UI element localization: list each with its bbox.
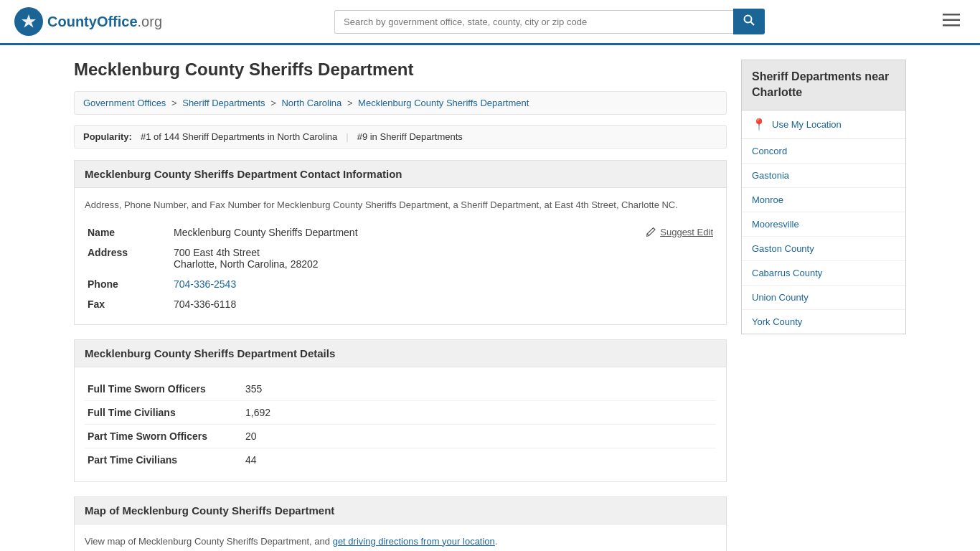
logo-icon — [14, 7, 43, 36]
detail-value-2: 20 — [242, 424, 716, 448]
sidebar-link-cabarrus[interactable]: Cabarrus County — [742, 261, 905, 286]
detail-value-0: 355 — [242, 377, 716, 401]
map-section-body: View map of Mecklenburg County Sheriffs … — [74, 524, 727, 552]
logo-area: CountyOffice.org — [14, 7, 162, 36]
sidebar-link-gaston[interactable]: Gaston County — [742, 237, 905, 261]
hamburger-icon — [943, 14, 960, 27]
menu-button[interactable] — [937, 9, 966, 34]
map-section-header: Map of Mecklenburg County Sheriffs Depar… — [74, 496, 727, 524]
sidebar-list: 📍 Use My Location Concord Gastonia Monro… — [741, 110, 906, 334]
suggest-edit-button[interactable]: Suggest Edit — [646, 227, 713, 237]
popularity-bar: Popularity: #1 of 144 Sheriff Department… — [74, 125, 727, 149]
detail-label-0: Full Time Sworn Officers — [85, 377, 242, 401]
name-label: Name — [85, 222, 171, 242]
popularity-divider: | — [346, 131, 348, 142]
search-area — [334, 9, 765, 34]
table-row: Full Time Civilians 1,692 — [85, 400, 716, 424]
address-label: Address — [85, 242, 171, 274]
breadcrumb: Government Offices > Sheriff Departments… — [74, 91, 727, 115]
fax-row: Fax 704-336-6118 — [85, 294, 716, 314]
table-row: Part Time Civilians 44 — [85, 448, 716, 471]
phone-row: Phone 704-336-2543 — [85, 274, 716, 294]
svg-line-3 — [751, 22, 755, 26]
svg-rect-4 — [943, 14, 960, 16]
breadcrumb-sep2: > — [270, 98, 278, 108]
contact-section-body: Address, Phone Number, and Fax Number fo… — [74, 187, 727, 325]
detail-label-2: Part Time Sworn Officers — [85, 424, 242, 448]
content-area: Mecklenburg County Sheriffs Department G… — [74, 60, 727, 551]
phone-value: 704-336-2543 — [171, 274, 716, 294]
location-pin-icon: 📍 — [752, 118, 766, 131]
address-value: 700 East 4th Street Charlotte, North Car… — [171, 242, 716, 274]
details-table: Full Time Sworn Officers 355 Full Time C… — [85, 377, 716, 471]
details-section-header: Mecklenburg County Sheriffs Department D… — [74, 339, 727, 367]
popularity-rank2: #9 in Sheriff Departments — [357, 131, 463, 142]
popularity-label: Popularity: — [83, 131, 132, 142]
contact-description: Address, Phone Number, and Fax Number fo… — [85, 198, 716, 212]
name-value: Mecklenburg County Sheriffs Department S… — [171, 222, 716, 242]
breadcrumb-nc[interactable]: North Carolina — [281, 98, 341, 108]
popularity-rank1: #1 of 144 Sheriff Departments in North C… — [141, 131, 337, 142]
site-header: CountyOffice.org — [0, 0, 980, 45]
edit-icon — [646, 227, 656, 237]
breadcrumb-current[interactable]: Mecklenburg County Sheriffs Department — [358, 98, 529, 108]
search-button[interactable] — [733, 9, 765, 34]
sidebar-link-union[interactable]: Union County — [742, 286, 905, 310]
breadcrumb-gov-offices[interactable]: Government Offices — [83, 98, 166, 108]
details-section-body: Full Time Sworn Officers 355 Full Time C… — [74, 367, 727, 482]
svg-rect-6 — [943, 24, 960, 27]
sidebar-link-mooresville[interactable]: Mooresville — [742, 212, 905, 237]
logo-svg — [19, 11, 39, 32]
detail-label-1: Full Time Civilians — [85, 400, 242, 424]
name-row: Name Mecklenburg County Sheriffs Departm… — [85, 222, 716, 242]
sidebar-link-monroe[interactable]: Monroe — [742, 188, 905, 212]
detail-value-1: 1,692 — [242, 400, 716, 424]
phone-link[interactable]: 704-336-2543 — [174, 278, 236, 290]
table-row: Part Time Sworn Officers 20 — [85, 424, 716, 448]
sidebar: Sheriff Departments near Charlotte 📍 Use… — [741, 60, 906, 551]
logo-org-text: .org — [138, 14, 162, 29]
driving-directions-link[interactable]: get driving directions from your locatio… — [333, 536, 495, 547]
main-content: Mecklenburg County Sheriffs Department G… — [60, 45, 920, 551]
search-icon — [743, 14, 755, 26]
sidebar-link-york[interactable]: York County — [742, 310, 905, 334]
address-row: Address 700 East 4th Street Charlotte, N… — [85, 242, 716, 274]
breadcrumb-sheriff-depts[interactable]: Sheriff Departments — [182, 98, 265, 108]
logo-text: CountyOffice.org — [47, 14, 162, 30]
sidebar-link-gastonia[interactable]: Gastonia — [742, 164, 905, 188]
detail-label-3: Part Time Civilians — [85, 448, 242, 471]
search-input[interactable] — [334, 10, 733, 34]
table-row: Full Time Sworn Officers 355 — [85, 377, 716, 401]
fax-label: Fax — [85, 294, 171, 314]
svg-rect-5 — [943, 19, 960, 22]
sidebar-link-concord[interactable]: Concord — [742, 139, 905, 164]
detail-value-3: 44 — [242, 448, 716, 471]
page-title: Mecklenburg County Sheriffs Department — [74, 60, 727, 80]
logo-brand: CountyOffice — [47, 14, 138, 29]
fax-value: 704-336-6118 — [171, 294, 716, 314]
sidebar-header: Sheriff Departments near Charlotte — [741, 60, 906, 110]
breadcrumb-sep3: > — [347, 98, 355, 108]
phone-label: Phone — [85, 274, 171, 294]
breadcrumb-sep1: > — [171, 98, 179, 108]
contact-table: Name Mecklenburg County Sheriffs Departm… — [85, 222, 716, 314]
use-location-button[interactable]: 📍 Use My Location — [742, 110, 905, 139]
contact-section-header: Mecklenburg County Sheriffs Department C… — [74, 160, 727, 187]
svg-point-2 — [745, 16, 752, 23]
map-description: View map of Mecklenburg County Sheriffs … — [85, 534, 716, 549]
